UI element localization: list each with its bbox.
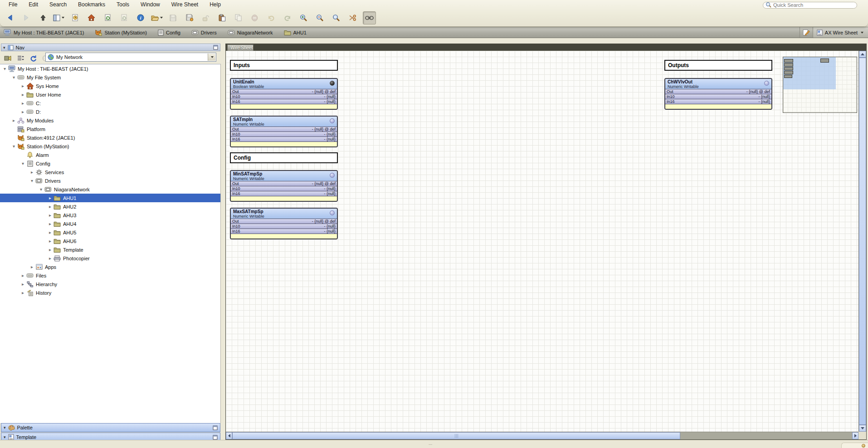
menu-item-help[interactable]: Help	[208, 1, 222, 8]
nav-levels-button[interactable]	[15, 54, 25, 63]
tree-item-drivers[interactable]: ▾ Drivers	[0, 176, 220, 185]
block-port-row[interactable]: In10 - {null}	[231, 186, 337, 191]
sync-offline-button[interactable]	[118, 12, 130, 24]
canvas-label-config[interactable]: Config	[230, 152, 338, 163]
menu-item-file[interactable]: File	[7, 1, 19, 8]
tree-item-my-file-system[interactable]: ▾ My File System	[0, 73, 220, 82]
tree-item-my-modules[interactable]: ▸ My Modules	[0, 116, 220, 125]
home-button[interactable]	[85, 12, 98, 24]
breadcrumb-item-config[interactable]: Config	[158, 29, 180, 36]
tree-item-config[interactable]: ▾ Config	[0, 159, 220, 168]
block-port-row[interactable]: In10 - {null}	[665, 94, 771, 99]
delete-button[interactable]	[249, 12, 261, 24]
back-button[interactable]	[4, 12, 16, 24]
open-button[interactable]	[151, 12, 163, 24]
block-port-row[interactable]: In16 - {null}	[231, 99, 337, 104]
zoom-out-button[interactable]	[314, 12, 326, 24]
breadcrumb-item-niagaranetwork[interactable]: NiagaraNetwork	[228, 29, 273, 35]
edit-ord-button[interactable]	[800, 27, 813, 38]
tree-item-c[interactable]: ▸ C:	[0, 99, 220, 107]
wiresheet-canvas[interactable]: InputsConfigOutputs UnitEnaIn Boolean Wr…	[226, 51, 858, 432]
block-port-row[interactable]: In16 - {null}	[231, 229, 337, 234]
tree-item-files[interactable]: ▸ Files	[0, 271, 220, 280]
block-chwvlvout[interactable]: ChWVlvOut Numeric Writable Out - {null} …	[664, 78, 772, 110]
zoom-fit-button[interactable]	[330, 12, 342, 24]
menu-item-bookmarks[interactable]: Bookmarks	[77, 1, 107, 8]
block-port-row[interactable]: Out - {null} @ def	[231, 181, 337, 186]
expander-icon[interactable]: ▾	[20, 161, 26, 166]
tree-item-d[interactable]: ▸ D:	[0, 107, 220, 116]
expander-icon[interactable]: ▸	[47, 221, 53, 226]
expander-icon[interactable]: ▸	[11, 118, 17, 123]
menu-item-window[interactable]: Window	[139, 1, 161, 8]
restore-panel-icon[interactable]	[213, 45, 218, 50]
tree-item-station-4912-jace1[interactable]: Station:4912 (JACE1)	[0, 133, 220, 142]
vscroll-thumb[interactable]	[859, 58, 866, 425]
block-port-row[interactable]: In10 - {null}	[231, 131, 337, 136]
block-port-row[interactable]: Out - {null} @ def	[231, 89, 337, 94]
tree-item-ahu4[interactable]: ▸ AHU4	[0, 219, 220, 228]
expander-icon[interactable]: ▾	[11, 75, 17, 80]
paste-button[interactable]	[216, 12, 228, 24]
tree-item-ahu6[interactable]: ▸ AHU6	[0, 237, 220, 245]
block-port-row[interactable]: Out - {null} @ def	[231, 127, 337, 131]
block-port-row[interactable]: In10 - {null}	[231, 94, 337, 99]
block-port-row[interactable]: In16 - {null}	[665, 99, 771, 104]
sync-station-button[interactable]	[102, 12, 114, 24]
tree-item-ahu2[interactable]: ▸ AHU2	[0, 202, 220, 211]
expander-icon[interactable]: ▸	[47, 213, 53, 218]
tree-item-sys-home[interactable]: ▸ Sys Home	[0, 82, 220, 90]
expander-icon[interactable]: ▾	[11, 144, 17, 149]
minimap[interactable]	[783, 57, 857, 113]
quick-search-input[interactable]	[763, 2, 857, 9]
expander-icon[interactable]: ▸	[47, 247, 53, 252]
forward-button[interactable]	[20, 12, 32, 24]
expander-icon[interactable]: ▸	[20, 83, 26, 88]
menu-item-search[interactable]: Search	[48, 1, 68, 8]
expander-icon[interactable]: ▸	[47, 230, 53, 235]
menu-item-edit[interactable]: Edit	[27, 1, 39, 8]
menu-item-wire-sheet[interactable]: Wire Sheet	[170, 1, 200, 8]
expander-icon[interactable]: ▸	[29, 264, 35, 269]
expander-icon[interactable]: ▸	[47, 195, 53, 200]
link-mode-button[interactable]	[363, 11, 376, 24]
tree-item-history[interactable]: ▸ History	[0, 288, 220, 297]
breadcrumb-item-drivers[interactable]: Drivers	[191, 29, 217, 35]
block-port-row[interactable]: In10 - {null}	[231, 224, 337, 229]
expander-icon[interactable]: ▸	[20, 109, 26, 114]
breadcrumb-item-ahu1[interactable]: AHU1	[284, 29, 307, 35]
nav-panel-header[interactable]: ▾ Nav	[1, 44, 220, 51]
tree-item-my-host-the-beast-jace1[interactable]: ▾ My Host : THE-BEAST (JACE1)	[0, 64, 220, 73]
tree-item-user-home[interactable]: ▸ User Home	[0, 90, 220, 99]
breadcrumb-item-my-host-the-beast-jace1[interactable]: My Host : THE-BEAST (JACE1)	[4, 29, 84, 36]
block-port-row[interactable]: In16 - {null}	[231, 191, 337, 196]
expander-icon[interactable]: ▾	[38, 187, 44, 192]
scroll-left-button[interactable]	[226, 432, 232, 439]
expander-icon[interactable]: ▸	[20, 273, 26, 278]
side-panel-palette[interactable]: ▾ Palette	[1, 423, 220, 432]
block-satmpin[interactable]: SATmpIn Numeric Writable Out - {null} @ …	[230, 116, 338, 147]
tree-item-apps[interactable]: ▸ Apps	[0, 263, 220, 271]
save-bog-button[interactable]	[183, 12, 195, 24]
block-port-row[interactable]: In16 - {null}	[231, 136, 337, 141]
expander-icon[interactable]: ▾	[29, 178, 35, 183]
scroll-up-button[interactable]	[859, 51, 866, 58]
horizontal-scrollbar[interactable]	[226, 432, 858, 439]
tree-item-ahu1[interactable]: ▸ AHU1	[0, 194, 220, 202]
canvas-label-outputs[interactable]: Outputs	[664, 60, 772, 71]
expander-icon[interactable]: ▾	[2, 66, 8, 71]
up-level-button[interactable]	[36, 12, 49, 24]
redo-button[interactable]	[281, 12, 293, 24]
view-selector[interactable]: AX Wire Sheet	[813, 27, 868, 38]
chevron-down-icon[interactable]: ▾	[3, 45, 5, 50]
tree-item-platform[interactable]: Platform	[0, 125, 220, 133]
expander-icon[interactable]: ▸	[47, 256, 53, 261]
block-maxsatmpsp[interactable]: MaxSATmpSp Numeric Writable Out - {null}…	[230, 208, 338, 239]
nav-pin-button[interactable]	[3, 54, 12, 63]
chevron-down-icon[interactable]: ▾	[4, 435, 6, 439]
nav-refresh-button[interactable]	[28, 54, 38, 63]
split-view-button[interactable]	[53, 12, 65, 24]
expander-icon[interactable]: ▸	[20, 92, 26, 97]
vertical-scrollbar[interactable]	[858, 51, 866, 432]
tree-item-niagaranetwork[interactable]: ▾ NiagaraNetwork	[0, 185, 220, 194]
